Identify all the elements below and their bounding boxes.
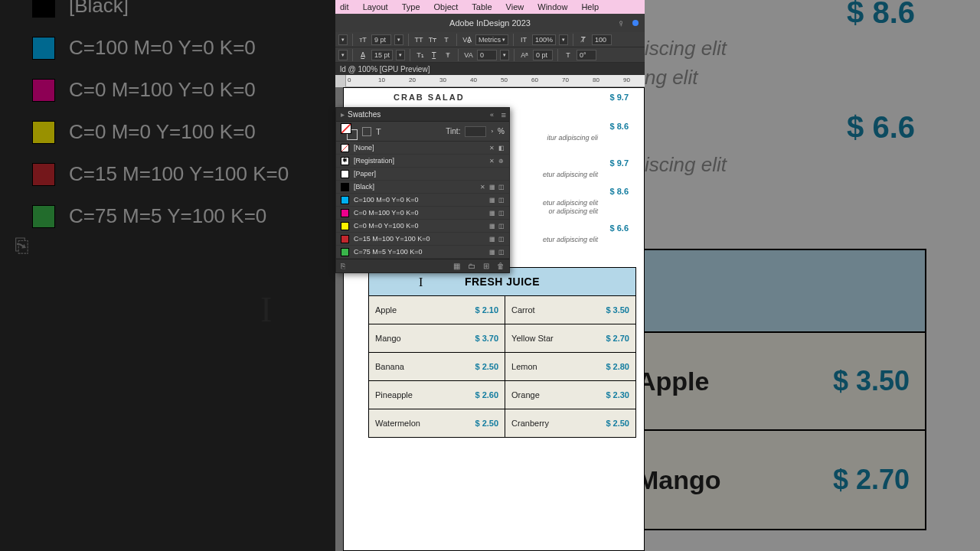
superscript-icon[interactable]: T xyxy=(441,34,452,45)
menubar: ditLayoutTypeObjectTableViewWindowHelp xyxy=(335,0,645,14)
menu-table[interactable]: Table xyxy=(472,2,492,11)
table-row[interactable]: Banana$ 2.50Lemon$ 2.80 xyxy=(369,353,636,381)
container-formatting-icon[interactable] xyxy=(362,127,371,136)
folder-icon[interactable]: 🗀 xyxy=(468,262,475,270)
process-icon: ▦ xyxy=(488,210,495,217)
subscript-icon[interactable]: T₁ xyxy=(415,50,426,60)
menu-price: $ 8.6 xyxy=(610,187,629,196)
table-row[interactable]: Mango$ 3.70Yellow Star$ 2.70 xyxy=(369,324,636,353)
lock-icon: ✕ xyxy=(488,158,495,165)
menu-heading: CRAB SALAD xyxy=(394,93,465,102)
menu-desc: etur adipiscing elit xyxy=(543,171,598,178)
vscale-icon: IT xyxy=(518,34,529,45)
table-row[interactable]: Pineapple$ 2.60Orange$ 2.30 xyxy=(369,381,636,409)
cmyk-icon: ◫ xyxy=(498,184,505,191)
document-tab[interactable]: ld @ 100% [GPU Preview] xyxy=(335,63,645,75)
table-row[interactable]: Watermelon$ 2.50Cranberry$ 2.50 xyxy=(369,409,636,438)
panel-menu-icon[interactable]: ≡ xyxy=(501,110,506,119)
hint-icon[interactable]: ♀ xyxy=(617,18,625,29)
menu-desc: etur adipiscing elit xyxy=(543,236,598,243)
add-to-cc-icon[interactable]: ⎘ xyxy=(341,262,345,270)
fill-stroke-icon[interactable] xyxy=(341,123,358,140)
swatch-row[interactable]: C=100 M=0 Y=0 K=0▦◫ xyxy=(336,194,509,207)
menu-dit[interactable]: dit xyxy=(340,2,349,11)
swatch-row[interactable]: [Paper] xyxy=(336,168,509,181)
tint-label: Tint: xyxy=(446,127,460,135)
swatch-row[interactable]: [Registration]✕⊕ xyxy=(336,155,509,168)
control-bar-2: ▾ A̲ 15 pt ▾ T₁ T̲ Ŧ VA 0 ▾ Aª 0 pt T 0° xyxy=(335,47,645,63)
tracking-field[interactable]: 0 xyxy=(477,50,497,60)
menu-layout[interactable]: Layout xyxy=(363,2,388,11)
swatch-row[interactable]: [Black]✕▦◫ xyxy=(336,181,509,194)
panel-titlebar[interactable]: ▸ Swatches « ≡ xyxy=(336,108,509,122)
kerning-field[interactable]: Metrics▾ xyxy=(475,34,508,45)
menu-view[interactable]: View xyxy=(506,2,524,11)
font-size-field[interactable]: 9 pt xyxy=(371,34,391,45)
menu-help[interactable]: Help xyxy=(581,2,599,11)
menu-price: $ 8.6 xyxy=(610,122,629,131)
lock-icon: ✕ xyxy=(479,184,486,191)
underline-icon[interactable]: T̲ xyxy=(429,50,439,60)
baseline-icon: Aª xyxy=(519,50,530,60)
skew-field[interactable]: 0° xyxy=(577,50,596,60)
style-dropdown[interactable]: ▾ xyxy=(338,50,348,60)
process-icon: ▦ xyxy=(488,223,495,230)
trash-icon[interactable]: 🗑 xyxy=(497,262,505,270)
menu-type[interactable]: Type xyxy=(402,2,420,11)
control-bar-1: ▾ тT 9 pt ▾ TT Tᴛ T VA̱ Metrics▾ IT 100%… xyxy=(335,32,645,47)
collapse-icon[interactable]: « xyxy=(490,111,494,119)
ruler[interactable]: 0102030405060708090 xyxy=(335,75,645,87)
font-size-icon: тT xyxy=(358,34,368,45)
text-cursor-icon: I xyxy=(260,289,272,330)
status-dot-icon xyxy=(632,20,639,26)
panel-title-label: Swatches xyxy=(348,110,381,119)
table-row[interactable]: Apple$ 2.10Carrot$ 3.50 xyxy=(369,296,636,324)
swatch-row[interactable]: C=15 M=100 Y=100 K=0▦◫ xyxy=(336,233,509,246)
swatch-row[interactable]: C=75 M=5 Y=100 K=0▦◫ xyxy=(336,246,509,259)
swatches-panel[interactable]: ▸ Swatches « ≡ T Tint: › % [None]✕◧[Regi… xyxy=(335,107,510,273)
swatch-row[interactable]: [None]✕◧ xyxy=(336,142,509,155)
tint-field[interactable] xyxy=(465,126,486,137)
font-size-dd[interactable]: ▾ xyxy=(394,34,403,45)
menu-price: $ 9.7 xyxy=(610,158,629,168)
cmyk-icon: ◫ xyxy=(498,223,505,230)
juice-table[interactable]: FRESH JUICE Apple$ 2.10Carrot$ 3.50Mango… xyxy=(368,267,636,438)
panel-options: T Tint: › % xyxy=(336,122,509,142)
hscale-field[interactable]: 100 xyxy=(592,34,612,45)
cmyk-icon: ◫ xyxy=(498,197,505,204)
process-icon: ▦ xyxy=(488,197,495,204)
leading-icon: A̲ xyxy=(358,50,368,60)
text-formatting-icon[interactable]: T xyxy=(376,127,381,136)
smallcaps-icon[interactable]: Tᴛ xyxy=(427,34,438,45)
swatch-list: [None]✕◧[Registration]✕⊕[Paper][Black]✕▦… xyxy=(336,142,509,259)
allcaps-icon[interactable]: TT xyxy=(413,34,424,45)
lock-icon: ✕ xyxy=(488,145,495,152)
menu-price: $ 9.7 xyxy=(610,93,629,102)
titlebar: Adobe InDesign 2023 ♀ xyxy=(335,14,645,32)
cmyk-icon: ◫ xyxy=(498,236,505,243)
new-group-icon[interactable]: ▦ xyxy=(453,262,460,270)
process-icon: ▦ xyxy=(488,184,495,191)
menu-desc: itur adipiscing eli xyxy=(547,134,598,142)
leading-field[interactable]: 15 pt xyxy=(371,50,393,60)
vscale-field[interactable]: 100% xyxy=(532,34,556,45)
menu-window[interactable]: Window xyxy=(537,2,567,11)
menu-desc: or adipiscing elit xyxy=(548,207,598,215)
baseline-field[interactable]: 0 pt xyxy=(533,50,553,60)
tint-stepper-icon[interactable]: › xyxy=(491,128,493,135)
swatch-row[interactable]: C=0 M=0 Y=100 K=0▦◫ xyxy=(336,220,509,233)
new-swatch-icon[interactable]: ⊞ xyxy=(483,262,489,270)
menu-object[interactable]: Object xyxy=(434,2,459,11)
font-dropdown[interactable]: ▾ xyxy=(338,34,348,45)
text-cursor-icon: I xyxy=(419,276,423,289)
swatch-row[interactable]: C=0 M=100 Y=0 K=0▦◫ xyxy=(336,207,509,220)
kerning-icon: VA̱ xyxy=(462,34,472,45)
rotate-icon: T̸ xyxy=(578,34,589,45)
process-icon: ▦ xyxy=(488,249,495,256)
strike-icon[interactable]: Ŧ xyxy=(443,50,453,60)
menu-desc: etur adipiscing elit xyxy=(543,199,598,207)
cmyk-icon: ◫ xyxy=(498,210,505,217)
app-title: Adobe InDesign 2023 xyxy=(449,18,531,28)
tracking-icon: VA xyxy=(463,50,474,60)
cmyk-icon: ◫ xyxy=(498,249,505,256)
